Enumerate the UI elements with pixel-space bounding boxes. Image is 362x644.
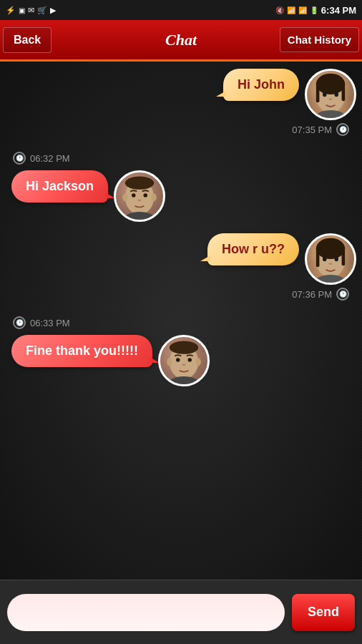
svg-rect-17 [342, 248, 346, 266]
timestamp-row-4: 🕐 06:33 PM [6, 316, 356, 329]
clock-icon-3: 🕐 [336, 288, 349, 301]
battery-icon: 🔋 [310, 6, 318, 14]
message-text-2: Hi Jackson [26, 179, 94, 193]
message-group-2: 🕐 06:32 PM Hi Jackson [6, 150, 356, 225]
timestamp-row-2: 🕐 06:32 PM [6, 152, 356, 165]
svg-point-12 [144, 193, 148, 197]
message-row-1: Hi John [6, 69, 356, 120]
svg-point-27 [168, 376, 200, 384]
svg-point-18 [323, 257, 327, 261]
avatar-female-2 [305, 233, 356, 285]
message-row-2: Hi Jackson [6, 170, 356, 222]
message-group-3: How r u?? 🕐 07:36 PM [6, 233, 356, 306]
bubble-wrap-4: Fine thank you!!!!! [6, 335, 158, 367]
signal-icon: 📶 [298, 6, 307, 14]
svg-point-25 [176, 358, 180, 362]
bubble-wrap-2: Hi Jackson [6, 170, 114, 203]
send-button[interactable]: Send [292, 594, 355, 631]
svg-point-20 [315, 275, 346, 283]
timestamp-text-3: 07:36 PM [292, 289, 332, 300]
cart-icon: 🛒 [37, 6, 47, 15]
message-bubble-1: Hi John [223, 69, 299, 101]
message-row-3: How r u?? [6, 233, 356, 285]
timestamp-text-4: 06:33 PM [30, 318, 70, 328]
clock-icon-1: 🕐 [336, 123, 349, 136]
timestamp-row-3: 🕐 07:36 PM [6, 288, 356, 301]
usb-icon: ⚡ [6, 6, 16, 15]
svg-rect-16 [316, 248, 320, 268]
message-bubble-4: Fine thank you!!!!! [11, 335, 152, 367]
svg-rect-2 [316, 83, 320, 103]
email-icon: ✉ [28, 6, 34, 15]
status-left-icons: ⚡ ▣ ✉ 🛒 ▶ [6, 6, 56, 15]
message-input[interactable] [7, 594, 285, 631]
input-area: Send [0, 580, 362, 644]
toolbar: Back Chat Chat History [0, 20, 362, 62]
svg-point-22 [170, 341, 198, 354]
svg-point-11 [132, 193, 136, 197]
svg-point-10 [152, 193, 157, 201]
svg-point-24 [195, 358, 200, 366]
svg-point-26 [187, 358, 192, 362]
chat-area: Hi John 🕐 07:35 PM 🕐 06:32 PM Hi Jackson [0, 62, 362, 580]
svg-point-4 [323, 92, 327, 97]
message-bubble-2: Hi Jackson [11, 170, 108, 203]
clock-icon-4: 🕐 [13, 316, 26, 329]
timestamp-text-2: 06:32 PM [30, 153, 70, 164]
svg-point-23 [167, 358, 172, 366]
svg-point-13 [124, 212, 155, 220]
svg-point-1 [316, 74, 345, 94]
message-text-4: Fine thank you!!!!! [26, 343, 138, 358]
svg-rect-3 [342, 83, 346, 102]
status-time: 6:34 PM [321, 5, 356, 16]
status-right-icons: 🔇 📶 📶 🔋 6:34 PM [275, 5, 356, 16]
svg-point-19 [335, 257, 339, 261]
svg-point-6 [315, 110, 346, 118]
app-icon: ▣ [19, 6, 25, 14]
chat-history-button[interactable]: Chat History [280, 27, 359, 52]
message-text-3: How r u?? [222, 242, 285, 256]
message-bubble-3: How r u?? [207, 233, 299, 265]
message-group-1: Hi John 🕐 07:35 PM [6, 69, 356, 142]
play-icon: ▶ [50, 6, 56, 15]
svg-point-5 [335, 92, 339, 97]
avatar-female-1 [305, 69, 356, 120]
svg-point-8 [125, 177, 154, 190]
svg-point-9 [122, 193, 127, 201]
bubble-wrap-1: Hi John [217, 69, 305, 101]
mute-icon: 🔇 [275, 6, 284, 14]
wifi-icon: 📶 [287, 6, 295, 14]
status-bar: ⚡ ▣ ✉ 🛒 ▶ 🔇 📶 📶 🔋 6:34 PM [0, 0, 362, 20]
timestamp-row-1: 🕐 07:35 PM [6, 123, 356, 136]
svg-point-15 [316, 238, 345, 259]
avatar-male-1 [114, 170, 165, 222]
clock-icon-2: 🕐 [13, 152, 26, 165]
toolbar-title: Chat [165, 31, 197, 49]
bubble-wrap-3: How r u?? [202, 233, 305, 265]
avatar-male-2 [158, 335, 210, 386]
timestamp-text-1: 07:35 PM [292, 125, 332, 135]
message-text-1: Hi John [238, 77, 285, 92]
message-row-4: Fine thank you!!!!! [6, 335, 356, 386]
message-group-4: 🕐 06:33 PM Fine thank you!!!!! [6, 315, 356, 389]
back-button[interactable]: Back [3, 27, 52, 53]
